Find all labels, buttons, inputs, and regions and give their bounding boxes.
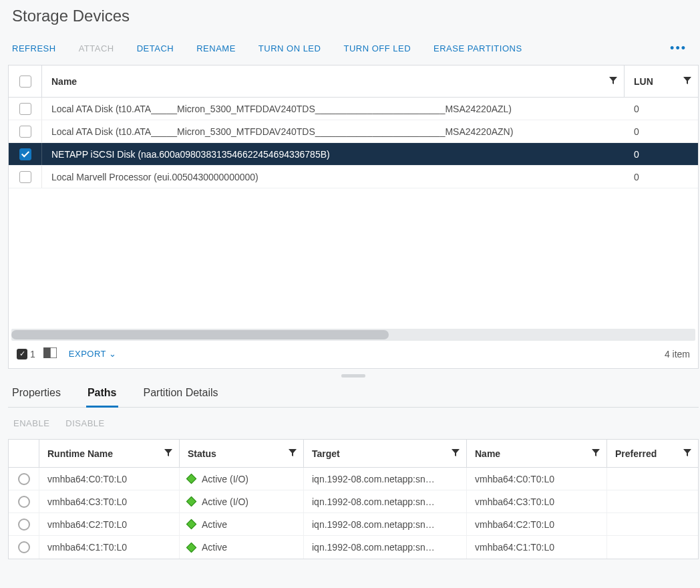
row-checkbox-cell [9, 98, 42, 120]
filter-icon[interactable] [592, 448, 600, 459]
selected-badge-icon: ✓ [17, 349, 27, 359]
turn-on-led-button[interactable]: TURN ON LED [258, 43, 321, 53]
path-status: Active (I/O) [180, 490, 304, 512]
filter-icon[interactable] [452, 448, 460, 459]
toolbar: REFRESH ATTACH DETACH RENAME TURN ON LED… [7, 25, 700, 65]
runtime-header[interactable]: Runtime Name [39, 440, 180, 467]
row-checkbox[interactable] [19, 126, 31, 138]
tab-partition-details[interactable]: Partition Details [142, 387, 220, 407]
paths-name-header[interactable]: Name [467, 440, 607, 467]
paths-table: Runtime Name Status Target Name Preferre… [8, 439, 699, 559]
tab-paths[interactable]: Paths [86, 387, 118, 408]
path-radio-cell [9, 490, 39, 512]
path-preferred [607, 468, 698, 490]
row-checkbox[interactable] [19, 103, 31, 115]
status-active-icon [186, 519, 197, 530]
turn-off-led-button[interactable]: TURN OFF LED [343, 43, 411, 53]
device-lun: 0 [625, 126, 698, 137]
filter-icon[interactable] [164, 448, 172, 459]
paths-select-header [9, 440, 39, 467]
path-row[interactable]: vmhba64:C3:T0:L0Active (I/O)iqn.1992-08.… [9, 490, 698, 513]
status-header[interactable]: Status [180, 440, 304, 467]
device-name: Local ATA Disk (t10.ATA_____Micron_5300_… [42, 104, 625, 114]
horizontal-scrollbar[interactable] [11, 329, 695, 341]
tab-properties[interactable]: Properties [11, 387, 62, 407]
page: Storage Devices REFRESH ATTACH DETACH RE… [0, 0, 700, 588]
select-all-cell [9, 65, 42, 97]
path-name: vmhba64:C0:T0:L0 [467, 468, 607, 490]
select-all-checkbox[interactable] [19, 76, 31, 88]
path-name: vmhba64:C2:T0:L0 [467, 513, 607, 535]
path-runtime: vmhba64:C3:T0:L0 [39, 490, 180, 512]
device-lun: 0 [625, 149, 698, 160]
path-preferred [607, 513, 698, 535]
path-preferred [607, 536, 698, 559]
table-row[interactable]: NETAPP iSCSI Disk (naa.600a0980383135466… [9, 143, 698, 166]
row-checkbox[interactable] [19, 171, 31, 183]
device-name: NETAPP iSCSI Disk (naa.600a0980383135466… [42, 149, 625, 160]
filter-icon[interactable] [609, 76, 617, 87]
name-header-label: Name [51, 76, 77, 87]
path-row[interactable]: vmhba64:C1:T0:L0Activeiqn.1992-08.com.ne… [9, 536, 698, 559]
device-name: Local ATA Disk (t10.ATA_____Micron_5300_… [42, 126, 625, 137]
rename-button[interactable]: RENAME [196, 43, 236, 53]
filter-icon[interactable] [683, 76, 691, 87]
path-radio[interactable] [18, 519, 30, 531]
refresh-button[interactable]: REFRESH [12, 43, 56, 53]
path-radio[interactable] [18, 496, 30, 508]
target-header[interactable]: Target [304, 440, 467, 467]
devices-table: Name LUN Local ATA Disk (t10.ATA_____Mic… [8, 65, 699, 369]
path-runtime: vmhba64:C0:T0:L0 [39, 468, 180, 490]
device-name: Local Marvell Processor (eui.00504300000… [42, 172, 625, 182]
empty-space [9, 188, 698, 329]
path-target: iqn.1992-08.com.netapp:sn… [304, 536, 467, 559]
table-footer: ✓ 1 EXPORT ⌄ 4 item [9, 341, 698, 368]
device-lun: 0 [625, 172, 698, 182]
name-header[interactable]: Name [42, 65, 625, 97]
disable-button[interactable]: DISABLE [65, 418, 104, 428]
path-name: vmhba64:C1:T0:L0 [467, 536, 607, 559]
status-active-icon [186, 542, 197, 553]
page-title: Storage Devices [7, 5, 700, 25]
item-count: 4 item [665, 349, 690, 359]
selected-count: 1 [30, 349, 35, 359]
filter-icon[interactable] [289, 448, 297, 459]
table-header-row: Name LUN [9, 65, 698, 98]
filter-icon[interactable] [683, 448, 691, 459]
row-checkbox-cell [9, 143, 42, 165]
path-radio[interactable] [18, 541, 30, 553]
path-target: iqn.1992-08.com.netapp:sn… [304, 468, 467, 490]
path-status: Active [180, 536, 304, 559]
scrollbar-thumb[interactable] [11, 330, 389, 339]
row-checkbox-cell [9, 120, 42, 142]
table-row[interactable]: Local ATA Disk (t10.ATA_____Micron_5300_… [9, 98, 698, 120]
erase-partitions-button[interactable]: ERASE PARTITIONS [433, 43, 522, 53]
more-actions-icon[interactable]: ••• [670, 41, 687, 55]
path-runtime: vmhba64:C1:T0:L0 [39, 536, 180, 559]
paths-toolbar: ENABLE DISABLE [7, 408, 700, 439]
paths-header-row: Runtime Name Status Target Name Preferre… [9, 440, 698, 468]
lun-header-label: LUN [634, 76, 653, 87]
enable-button[interactable]: ENABLE [13, 418, 49, 428]
path-name: vmhba64:C3:T0:L0 [467, 490, 607, 512]
path-runtime: vmhba64:C2:T0:L0 [39, 513, 180, 535]
row-checkbox-cell [9, 166, 42, 188]
table-row[interactable]: Local ATA Disk (t10.ATA_____Micron_5300_… [9, 120, 698, 143]
status-active-icon [186, 496, 197, 507]
device-lun: 0 [625, 104, 698, 114]
path-row[interactable]: vmhba64:C2:T0:L0Activeiqn.1992-08.com.ne… [9, 513, 698, 536]
path-row[interactable]: vmhba64:C0:T0:L0Active (I/O)iqn.1992-08.… [9, 468, 698, 490]
export-button[interactable]: EXPORT ⌄ [69, 349, 117, 359]
attach-button[interactable]: ATTACH [79, 43, 114, 53]
row-checkbox[interactable] [19, 148, 31, 160]
resize-handle[interactable] [7, 369, 700, 383]
detach-button[interactable]: DETACH [137, 43, 174, 53]
lun-header[interactable]: LUN [625, 65, 698, 97]
column-toggle-icon[interactable] [43, 347, 57, 360]
table-row[interactable]: Local Marvell Processor (eui.00504300000… [9, 166, 698, 188]
path-radio[interactable] [18, 473, 30, 485]
preferred-header[interactable]: Preferred [607, 440, 698, 467]
path-preferred [607, 490, 698, 512]
path-status: Active (I/O) [180, 468, 304, 490]
status-active-icon [186, 474, 197, 484]
